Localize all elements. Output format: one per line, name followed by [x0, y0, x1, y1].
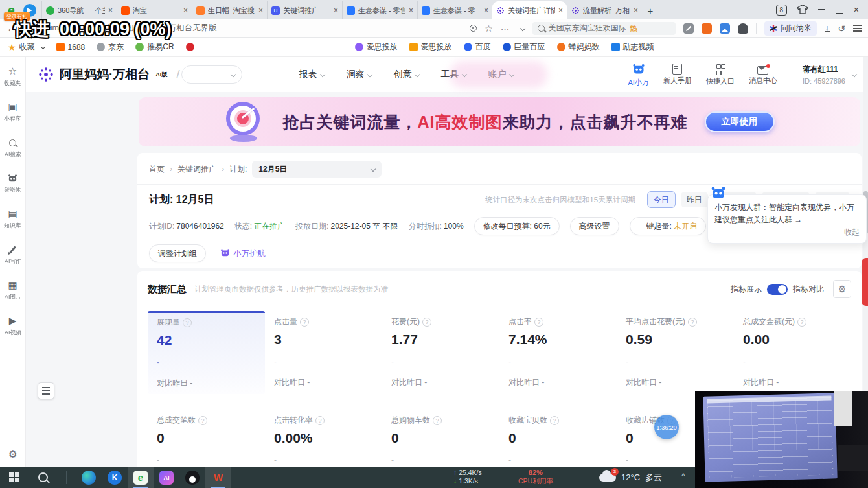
tab-close-icon[interactable]: ×: [258, 6, 263, 15]
tab-close-icon[interactable]: ×: [183, 6, 188, 15]
sidebar-item-ai-writing[interactable]: AI写作: [4, 244, 22, 266]
bookmark-aisi-2[interactable]: 爱思投放: [409, 41, 452, 52]
browser-tab-sycm-1[interactable]: 生意参谋 - 零售 ×: [342, 1, 417, 19]
browser-tab-keyword-detail-active[interactable]: 关键词推广详情 ×: [492, 1, 567, 19]
tab-close-icon[interactable]: ×: [558, 6, 563, 15]
bookmark-aisi-1[interactable]: 爱思投放: [355, 41, 398, 52]
metric-card-avg-cpc[interactable]: 平均点击花费(元)? 0.59 - 对比昨日 -: [617, 311, 734, 394]
bookmark-j[interactable]: [186, 43, 194, 51]
metric-card-cost[interactable]: 花费(元)? 1.77 - 对比昨日 -: [382, 311, 499, 394]
metric-card-cvr[interactable]: 点击转化率? 0.00% - 对比昨日 -: [265, 410, 382, 467]
browser-tab-birthday-hat[interactable]: 生日帽_淘宝搜 ×: [192, 1, 267, 19]
product-switcher-dropdown[interactable]: [181, 65, 242, 84]
newbie-manual-button[interactable]: 新人手册: [663, 64, 692, 86]
taskbar-search-button[interactable]: [29, 467, 57, 488]
screenshot-cut-icon[interactable]: [683, 23, 694, 34]
bookmark-tuiyi[interactable]: 推易CR: [135, 41, 174, 52]
browser-tab-keyword-promo[interactable]: U 关键词推广 ×: [267, 1, 342, 19]
metric-card-gmv[interactable]: 总成交金额(元)? 0.00 - 对比昨日 -: [734, 311, 851, 394]
bookmark-star-icon[interactable]: ☆: [485, 23, 493, 34]
extensions-icon[interactable]: [738, 23, 748, 34]
sidebar-item-ai-image[interactable]: ▦AI图片: [4, 280, 22, 301]
browser-tab-taobao[interactable]: 淘宝 ×: [117, 1, 192, 19]
sidebar-item-ai-video[interactable]: ▶AI视频: [4, 316, 22, 337]
tray-expand-icon[interactable]: ^: [681, 472, 685, 481]
sidebar-item-mini-programs[interactable]: ▣小程序: [3, 102, 22, 123]
advanced-settings-button[interactable]: 高级设置: [570, 217, 619, 235]
plan-select-dropdown[interactable]: 12月5日: [252, 161, 382, 178]
omni-search-box[interactable]: 美团京东淘宝狂欢国际 热: [532, 22, 676, 35]
ai-xiaowan-button[interactable]: AI小万: [628, 62, 649, 87]
edge-floating-widget[interactable]: [862, 258, 868, 306]
range-yesterday-button[interactable]: 昨日: [681, 192, 708, 207]
settings-gear-icon[interactable]: ⚙: [0, 448, 26, 460]
taskbar-app-qq[interactable]: [179, 467, 205, 488]
menu-icon[interactable]: [853, 25, 862, 31]
metric-display-toggle[interactable]: [767, 284, 788, 295]
bookmark-favorites[interactable]: ★ 收藏: [8, 41, 45, 52]
taskbar-app-wps[interactable]: W: [205, 467, 231, 488]
promo-banner[interactable]: 抢占关键词流量，AI高效制图来助力，点击飙升不再难 立即使用: [139, 97, 860, 146]
sidebar-item-agent[interactable]: 智能体: [3, 173, 22, 194]
brand-logo[interactable]: 阿里妈妈·万相台AI版 /: [38, 66, 181, 83]
taskbar-app-ai[interactable]: AI: [154, 467, 179, 488]
theme-shirt-icon[interactable]: [797, 5, 808, 14]
bookmark-chanmama[interactable]: 蝉妈妈数: [557, 41, 600, 52]
more-actions-icon[interactable]: ⋯: [501, 23, 510, 34]
bookmark-jd[interactable]: 京东: [97, 41, 124, 52]
side-panel-toggle-button[interactable]: [38, 382, 54, 399]
tab-close-icon[interactable]: ×: [484, 6, 488, 15]
tab-count-badge[interactable]: 8: [776, 5, 787, 16]
tab-close-icon[interactable]: ×: [334, 6, 338, 15]
breadcrumb-home[interactable]: 首页: [149, 164, 165, 175]
sidebar-item-knowledge-base[interactable]: ▤知识库: [3, 209, 22, 230]
bookmark-lizhi[interactable]: 励志视频: [611, 41, 654, 52]
metric-card-orders[interactable]: 总成交笔数? 0 - 对比昨日 -: [148, 410, 265, 467]
banner-cta-button[interactable]: 立即使用: [705, 111, 775, 132]
sidebar-item-favorites[interactable]: ☆收藏夹: [3, 66, 22, 87]
tab-close-icon[interactable]: ×: [409, 6, 413, 15]
new-tab-button[interactable]: +: [642, 2, 659, 19]
metric-card-item-favorites[interactable]: 收藏宝贝数? 0 - 对比昨日 -: [499, 410, 617, 467]
metric-card-impressions[interactable]: 展现量? 42 - 对比昨日 -: [148, 311, 265, 394]
tab-close-icon[interactable]: ×: [634, 6, 638, 15]
tab-close-icon[interactable]: ×: [108, 6, 113, 15]
nav-creative[interactable]: 创意: [394, 69, 419, 80]
window-close-button[interactable]: ×: [854, 5, 859, 15]
tooltip-collapse-link[interactable]: 收起: [844, 227, 860, 238]
metric-card-clicks[interactable]: 点击量? 3 - 对比昨日 -: [265, 311, 382, 394]
range-today-button[interactable]: 今日: [647, 191, 676, 208]
location-icon[interactable]: [470, 25, 477, 32]
breadcrumb-keyword-promo[interactable]: 关键词推广: [177, 164, 216, 175]
sidebar-item-ai-search[interactable]: AI搜索: [4, 137, 22, 159]
taskbar-app-360-browser[interactable]: e: [128, 467, 154, 488]
bookmark-baidu[interactable]: 百度: [464, 41, 491, 52]
weather-widget[interactable]: 3 12°C 多云: [599, 467, 662, 488]
edit-daily-budget-button[interactable]: 修改每日预算: 60元: [474, 217, 560, 235]
xiaowan-escort-button[interactable]: 小万护航: [220, 248, 266, 259]
nav-reports[interactable]: 报表: [299, 69, 325, 80]
bookmark-1688[interactable]: 1688: [56, 43, 86, 52]
adjust-plan-group-button[interactable]: 调整计划组: [149, 244, 206, 262]
summary-settings-gear-icon[interactable]: ⚙: [833, 280, 851, 298]
taskbar-app-edge[interactable]: [76, 467, 102, 488]
undo-icon[interactable]: ↺: [838, 23, 845, 34]
message-center-button[interactable]: 消息中心: [749, 64, 777, 86]
minimize-button[interactable]: [818, 9, 825, 10]
start-button[interactable]: [0, 467, 29, 488]
network-speed-indicator[interactable]: ↑ 25.4K/s ↓ 1.3K/s: [453, 469, 482, 485]
browser-tab-traffic-analysis[interactable]: 流量解析_万相 ×: [567, 1, 642, 19]
chevron-down-icon[interactable]: [520, 25, 525, 30]
quick-entry-button[interactable]: 快捷入口: [706, 63, 735, 86]
maximize-button[interactable]: [836, 6, 843, 14]
ask-nami-button[interactable]: 问问纳米: [764, 21, 817, 36]
bookmark-juliang[interactable]: 巨量百应: [503, 41, 545, 52]
game-center-icon[interactable]: [702, 23, 712, 34]
capture-tool-icon[interactable]: [720, 23, 730, 34]
browser-tab-360nav[interactable]: 360导航_一个主 ×: [41, 1, 117, 19]
one-key-boost-button[interactable]: 一键起量:未开启: [630, 217, 706, 235]
browser-tab-sycm-2[interactable]: 生意参谋 - 零 ×: [417, 1, 492, 19]
taskbar-app-k[interactable]: K: [102, 467, 128, 488]
nav-insights[interactable]: 洞察: [347, 69, 372, 80]
cpu-usage-indicator[interactable]: 82% CPU利用率: [518, 469, 553, 485]
